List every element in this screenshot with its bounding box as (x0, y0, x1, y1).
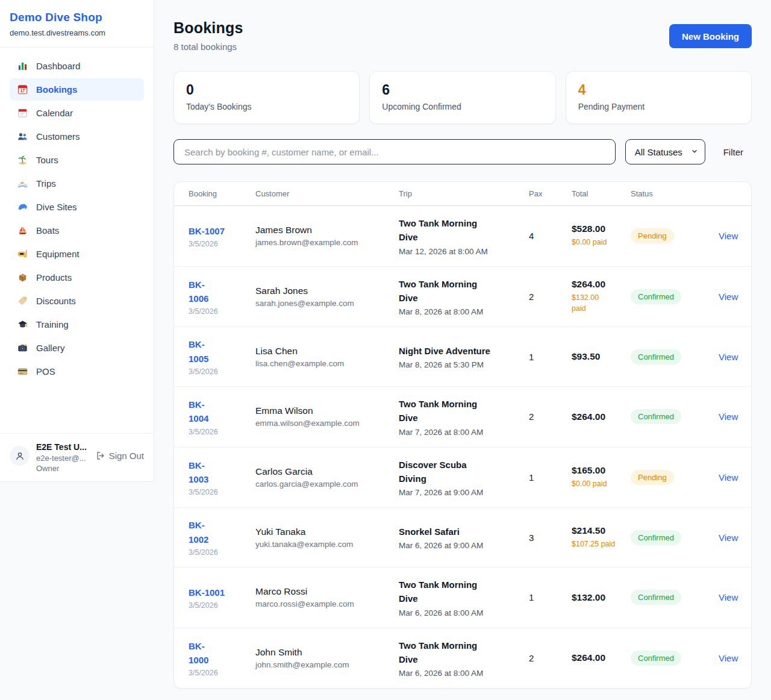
sidebar-item-dashboard[interactable]: Dashboard (10, 55, 144, 77)
trip-name: Discover Scuba Diving (399, 458, 493, 486)
status-cell: Confirmed (631, 530, 719, 545)
status-cell: Confirmed (631, 409, 719, 424)
booking-date: 3/5/2026 (189, 307, 255, 316)
sidebar-item-label: Boats (36, 225, 59, 236)
avatar (10, 446, 30, 466)
svg-text:17: 17 (20, 89, 25, 93)
sidebar-item-equipment[interactable]: Equipment (10, 243, 144, 265)
status-badge: Confirmed (631, 590, 681, 605)
status-filter-select[interactable]: All Statuses (625, 139, 705, 164)
view-link[interactable]: View (719, 352, 738, 362)
sidebar-nav: Dashboard 17 Bookings Calendar Customers… (0, 48, 154, 433)
customer-name: Yuki Tanaka (255, 527, 399, 537)
view-link[interactable]: View (719, 472, 738, 483)
customer-email: sarah.jones@example.com (255, 299, 399, 308)
booking-cell: BK- 1006 3/5/2026 (189, 278, 255, 316)
trip-name: Two Tank Morning Dive (399, 578, 493, 606)
sidebar-item-label: Training (36, 319, 69, 330)
sidebar-item-training[interactable]: Training (10, 313, 144, 336)
table-row: BK- 1005 3/5/2026 Lisa Chen lisa.chen@ex… (174, 327, 751, 387)
sidebar-item-dive-sites[interactable]: Dive Sites (10, 196, 144, 218)
user-role: Owner (36, 464, 89, 473)
sidebar-item-label: POS (36, 366, 55, 377)
booking-id-link[interactable]: BK-1001 (189, 586, 255, 599)
pax-count: 1 (529, 352, 572, 362)
view-link[interactable]: View (719, 411, 738, 422)
customer-name: Emma Wilson (255, 405, 399, 416)
package-icon (17, 272, 28, 283)
table-row: BK- 1002 3/5/2026 Yuki Tanaka yuki.tanak… (174, 508, 751, 567)
trip-cell: Two Tank Morning Dive Mar 8, 2026 at 8:0… (399, 277, 529, 317)
booking-id-link[interactable]: BK- 1005 (189, 337, 255, 366)
status-badge: Confirmed (631, 651, 681, 666)
customer-email: lisa.chen@example.com (255, 359, 399, 368)
sidebar-item-gallery[interactable]: Gallery (10, 337, 144, 359)
view-link[interactable]: View (719, 592, 738, 602)
status-cell: Confirmed (631, 349, 719, 364)
tear-calendar-icon (17, 107, 28, 119)
pax-count: 2 (529, 292, 572, 302)
booking-cell: BK-1007 3/5/2026 (189, 224, 255, 248)
sign-out-label: Sign Out (109, 451, 144, 461)
view-link[interactable]: View (719, 533, 738, 543)
status-badge: Confirmed (631, 349, 681, 364)
sidebar-item-discounts[interactable]: Discounts (10, 290, 144, 312)
view-link[interactable]: View (719, 231, 738, 241)
booking-date: 3/5/2026 (189, 669, 255, 677)
status-badge: Pending (631, 228, 674, 243)
filter-bar: All Statuses Filter (173, 139, 752, 164)
sidebar-item-trips[interactable]: Trips (10, 172, 144, 195)
sidebar-item-tours[interactable]: Tours (10, 149, 144, 171)
booking-id-link[interactable]: BK- 1002 (189, 518, 255, 546)
status-cell: Confirmed (631, 651, 719, 666)
paid-amount: $0.00 paid (572, 478, 631, 490)
new-booking-button[interactable]: New Booking (669, 24, 752, 48)
sidebar-item-products[interactable]: Products (10, 266, 144, 289)
customer-cell: Yuki Tanaka yuki.tanaka@example.com (255, 527, 399, 549)
sidebar-header: Demo Dive Shop demo.test.divestreams.com (0, 0, 154, 48)
sidebar-item-label: Customers (36, 131, 80, 142)
user-footer: E2E Test U... e2e-tester@... Owner Sign … (0, 433, 154, 481)
booking-id-link[interactable]: BK- 1003 (189, 458, 255, 487)
column-header-booking: Booking (189, 189, 255, 198)
total-cell: $264.00 (572, 411, 631, 422)
search-input[interactable] (173, 139, 616, 164)
customer-cell: Carlos Garcia carlos.garcia@example.com (255, 466, 399, 489)
sidebar-item-label: Bookings (36, 84, 77, 95)
trip-datetime: Mar 8, 2026 at 5:30 PM (399, 360, 529, 369)
total-amount: $165.00 (572, 465, 631, 476)
table-row: BK- 1003 3/5/2026 Carlos Garcia carlos.g… (174, 448, 751, 508)
paid-amount: $107.25 paid (572, 539, 631, 550)
booking-id-link[interactable]: BK- 1000 (189, 639, 255, 667)
sidebar-item-boats[interactable]: Boats (10, 219, 144, 242)
table-row: BK- 1006 3/5/2026 Sarah Jones sarah.jone… (174, 267, 751, 328)
sidebar-item-label: Discounts (36, 296, 76, 306)
trip-cell: Two Tank Morning Dive Mar 12, 2026 at 8:… (399, 216, 529, 256)
filter-button[interactable]: Filter (715, 147, 752, 157)
stat-label: Upcoming Confirmed (382, 102, 543, 111)
sign-out-button[interactable]: Sign Out (95, 451, 144, 461)
sidebar-item-bookings[interactable]: 17 Bookings (10, 78, 144, 101)
booking-cell: BK- 1000 3/5/2026 (189, 639, 255, 678)
booking-id-link[interactable]: BK- 1006 (189, 278, 255, 306)
sidebar-item-pos[interactable]: POS (10, 360, 144, 383)
sidebar-item-customers[interactable]: Customers (10, 125, 144, 148)
customer-email: yuki.tanaka@example.com (255, 540, 399, 549)
page-title: Bookings (173, 19, 243, 37)
view-link[interactable]: View (719, 292, 738, 302)
customer-name: James Brown (255, 225, 399, 236)
booking-id-link[interactable]: BK-1007 (189, 224, 255, 238)
customer-cell: John Smith john.smith@example.com (255, 647, 399, 669)
booking-date: 3/5/2026 (189, 548, 255, 557)
sidebar-item-label: Products (36, 272, 72, 283)
view-link[interactable]: View (719, 653, 738, 663)
total-cell: $214.50 $107.25 paid (572, 525, 631, 550)
total-cell: $132.00 (572, 592, 631, 603)
sidebar: Demo Dive Shop demo.test.divestreams.com… (0, 0, 154, 482)
booking-id-link[interactable]: BK- 1004 (189, 398, 255, 426)
customer-cell: Sarah Jones sarah.jones@example.com (255, 286, 399, 308)
sidebar-item-calendar[interactable]: Calendar (10, 102, 144, 124)
graduation-cap-icon (17, 319, 28, 330)
trip-cell: Discover Scuba Diving Mar 7, 2026 at 9:0… (399, 458, 529, 498)
sidebar-item-label: Dive Sites (36, 202, 77, 212)
